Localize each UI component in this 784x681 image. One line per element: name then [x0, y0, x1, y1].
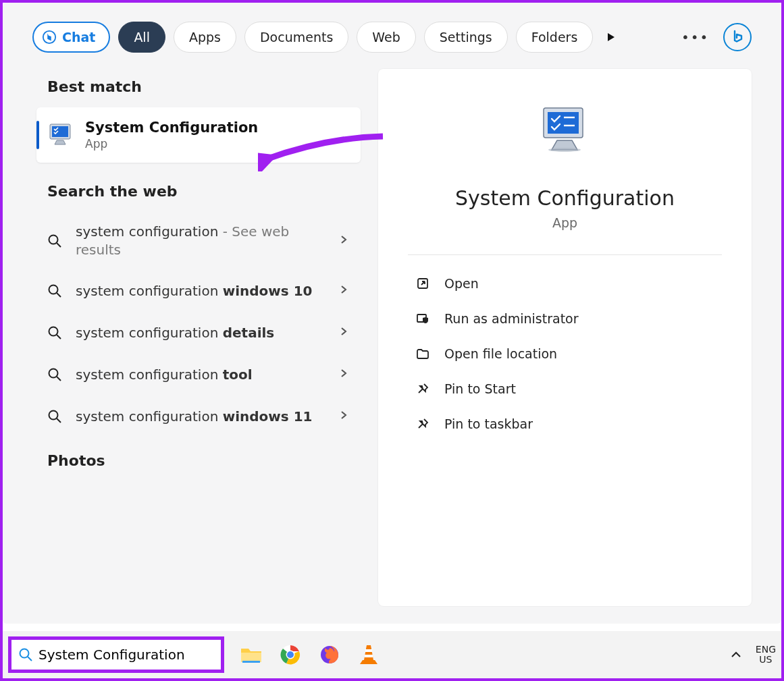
file-explorer-icon[interactable]	[239, 643, 263, 667]
bing-icon	[42, 30, 57, 45]
svg-rect-28	[365, 649, 372, 652]
filter-settings[interactable]: Settings	[424, 22, 508, 53]
web-result-text: system configuration - See web results	[76, 223, 328, 259]
language-indicator[interactable]: ENG US	[756, 645, 776, 665]
web-result[interactable]: system configuration windows 10	[36, 270, 361, 312]
svg-line-21	[28, 657, 32, 661]
action-open[interactable]: Open	[408, 266, 722, 301]
filter-all[interactable]: All	[118, 22, 165, 53]
results-column: Best match System Configuration App Sear…	[36, 69, 361, 606]
svg-line-10	[57, 377, 61, 381]
web-result-text: system configuration windows 11	[76, 408, 328, 426]
svg-rect-29	[365, 655, 373, 657]
search-icon	[45, 406, 65, 427]
svg-point-3	[49, 236, 58, 244]
bing-chat-button[interactable]	[723, 23, 752, 51]
filter-web[interactable]: Web	[357, 22, 415, 53]
svg-line-4	[57, 243, 61, 247]
detail-divider	[408, 254, 722, 255]
content-row: Best match System Configuration App Sear…	[3, 53, 781, 606]
detail-panel: System Configuration App Open Run as adm…	[378, 69, 752, 606]
svg-point-20	[20, 649, 29, 658]
filter-row: Chat All Apps Documents Web Settings Fol…	[3, 3, 781, 53]
search-web-heading: Search the web	[47, 183, 361, 200]
svg-rect-23	[242, 661, 260, 663]
system-configuration-large-icon	[537, 103, 594, 159]
action-open-label: Open	[444, 276, 479, 291]
taskbar-search-input[interactable]	[38, 647, 214, 663]
filter-folders[interactable]: Folders	[516, 22, 594, 53]
admin-shield-icon	[415, 310, 431, 327]
search-flyout: Chat All Apps Documents Web Settings Fol…	[3, 3, 781, 624]
svg-point-9	[49, 369, 58, 378]
chevron-right-icon	[339, 369, 351, 381]
detail-actions: Open Run as administrator Open file loca…	[408, 266, 722, 441]
taskbar-search-box[interactable]	[8, 636, 224, 673]
tray-chevron-up-icon[interactable]	[730, 649, 742, 661]
web-result[interactable]: system configuration windows 11	[36, 396, 361, 437]
web-result-text: system configuration tool	[76, 366, 328, 384]
filter-apps[interactable]: Apps	[174, 22, 236, 53]
svg-rect-22	[241, 653, 261, 662]
chevron-right-icon	[339, 327, 351, 339]
action-pin-taskbar-label: Pin to taskbar	[444, 416, 533, 431]
svg-line-12	[57, 418, 61, 423]
best-match-subtitle: App	[85, 137, 258, 151]
firefox-icon[interactable]	[317, 643, 342, 667]
web-result[interactable]: system configuration - See web results	[36, 212, 361, 270]
action-run-admin-label: Run as administrator	[444, 311, 579, 326]
detail-subtitle: App	[552, 215, 577, 230]
svg-rect-2	[52, 126, 68, 137]
filter-chat-label: Chat	[62, 30, 95, 45]
svg-line-8	[57, 335, 61, 339]
photos-heading: Photos	[47, 452, 361, 469]
filter-chat[interactable]: Chat	[32, 22, 110, 53]
chrome-icon[interactable]	[278, 643, 303, 667]
action-pin-taskbar[interactable]: Pin to taskbar	[408, 406, 722, 441]
pin-icon	[415, 381, 431, 397]
search-icon	[45, 281, 65, 301]
vlc-icon[interactable]	[357, 643, 381, 667]
web-result-text: system configuration windows 10	[76, 282, 328, 300]
open-icon	[415, 275, 431, 292]
pin-icon	[415, 416, 431, 432]
system-tray: ENG US	[730, 645, 776, 665]
best-match-title: System Configuration	[85, 119, 258, 136]
action-pin-start[interactable]: Pin to Start	[408, 371, 722, 406]
svg-point-11	[49, 411, 58, 420]
chevron-right-icon	[339, 235, 351, 247]
action-pin-start-label: Pin to Start	[444, 381, 516, 396]
folder-icon	[415, 346, 431, 362]
svg-point-7	[49, 327, 58, 336]
web-result[interactable]: system configuration details	[36, 312, 361, 354]
svg-point-26	[287, 651, 294, 658]
search-icon	[18, 647, 33, 662]
search-icon	[45, 323, 65, 343]
action-open-location-label: Open file location	[444, 346, 557, 361]
more-options-button[interactable]: •••	[681, 29, 708, 45]
filter-documents[interactable]: Documents	[244, 22, 348, 53]
search-icon	[45, 364, 65, 385]
svg-point-17	[548, 148, 581, 152]
search-icon	[45, 231, 65, 251]
web-results-list: system configuration - See web results s…	[36, 212, 361, 437]
best-match-result[interactable]: System Configuration App	[36, 107, 361, 163]
web-result-text: system configuration details	[76, 324, 328, 342]
web-result[interactable]: system configuration tool	[36, 354, 361, 396]
action-open-location[interactable]: Open file location	[408, 336, 722, 371]
svg-line-6	[57, 293, 61, 297]
chevron-right-icon	[339, 410, 351, 423]
taskbar: ENG US	[3, 631, 781, 678]
chevron-right-icon	[339, 285, 351, 297]
detail-title: System Configuration	[455, 186, 675, 210]
system-configuration-icon	[46, 120, 76, 150]
filter-overflow-arrow[interactable]	[605, 31, 617, 43]
action-run-admin[interactable]: Run as administrator	[408, 301, 722, 336]
svg-point-5	[49, 285, 58, 294]
best-match-heading: Best match	[47, 78, 361, 95]
svg-rect-14	[548, 112, 579, 134]
